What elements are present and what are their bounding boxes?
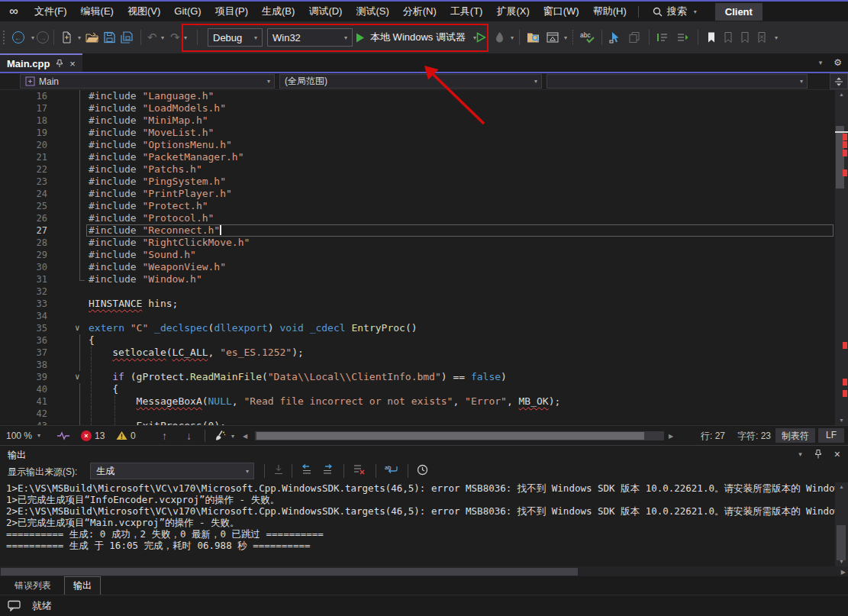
menu-item[interactable]: 项目(P) xyxy=(208,2,255,21)
code-line[interactable]: 37setlocale(LC_ALL, "es_ES.1252"); xyxy=(0,347,835,359)
tab-main-cpp[interactable]: Main.cpp × xyxy=(0,53,82,72)
scroll-down-icon[interactable]: ▼ xyxy=(835,416,848,425)
browser-link-icon[interactable] xyxy=(547,32,559,43)
feedback-icon[interactable] xyxy=(8,600,21,611)
code-line[interactable]: 20#include "OptionsMenu.h" xyxy=(0,139,835,151)
code-line[interactable]: 39∨if (gProtect.ReadMainFile("Data\\Loca… xyxy=(0,371,835,383)
hot-reload-dropdown[interactable]: ▾ xyxy=(511,34,514,41)
previous-message-icon[interactable] xyxy=(301,464,312,475)
editor-vertical-scrollbar[interactable]: ▲ ▼ xyxy=(835,90,848,425)
output-source-dropdown[interactable]: 生成 ▾ xyxy=(90,463,254,479)
menu-item[interactable]: 扩展(X) xyxy=(489,2,536,21)
scroll-left-icon[interactable]: ◀ xyxy=(243,432,247,439)
start-without-debugging-button[interactable] xyxy=(476,32,486,43)
toolbar-grip[interactable] xyxy=(3,31,6,44)
undo-icon[interactable]: ↶ xyxy=(147,31,157,44)
menu-item[interactable]: 生成(B) xyxy=(255,2,301,21)
menu-item[interactable]: 帮助(H) xyxy=(586,2,634,21)
menu-item[interactable]: 窗口(W) xyxy=(537,2,586,21)
code-line[interactable]: 30#include "WeaponView.h" xyxy=(0,261,835,273)
panel-tab[interactable]: 输出 xyxy=(64,576,101,595)
split-window-button[interactable] xyxy=(830,73,848,89)
scrollbar-thumb[interactable] xyxy=(837,525,846,560)
toggle-bookmark-icon[interactable] xyxy=(707,32,716,44)
code-line[interactable]: 40{ xyxy=(0,383,835,395)
menu-item[interactable]: 文件(F) xyxy=(27,2,74,21)
next-issue-icon[interactable]: ↓ xyxy=(186,430,192,442)
solution-configuration-dropdown[interactable]: Debug▾ xyxy=(208,28,263,47)
output-vertical-scrollbar[interactable]: ▲ ▼ xyxy=(835,482,848,566)
timestamp-icon[interactable] xyxy=(417,464,428,476)
code-cleanup-icon[interactable] xyxy=(214,430,226,441)
menu-item[interactable]: 工具(T) xyxy=(443,2,490,21)
code-line[interactable]: 35∨extern "C" _declspec(dllexport) void … xyxy=(0,322,835,334)
scope-dropdown[interactable]: (全局范围) ▾ xyxy=(279,74,542,89)
member-dropdown[interactable]: ▾ xyxy=(547,74,808,89)
code-line[interactable]: 19#include "MoveList.h" xyxy=(0,127,835,139)
undo-dropdown[interactable]: ▾ xyxy=(161,34,164,41)
bookmarks-overflow-dropdown[interactable]: ▾ xyxy=(775,34,778,41)
spell-check-icon[interactable]: abc xyxy=(580,31,595,44)
start-debugging-button[interactable]: 本地 Windows 调试器 ▾ xyxy=(356,28,476,47)
scrollbar-thumb[interactable] xyxy=(256,432,644,440)
menu-item[interactable]: 分析(N) xyxy=(396,2,443,21)
scroll-right-icon[interactable]: ▶ xyxy=(669,432,673,439)
redo-icon[interactable]: ↷ xyxy=(170,31,180,44)
scroll-up-icon[interactable]: ▲ xyxy=(835,482,848,492)
save-button[interactable] xyxy=(104,32,115,44)
clear-all-icon[interactable] xyxy=(353,464,365,475)
select-element-icon[interactable] xyxy=(609,31,620,44)
code-line[interactable]: 43ExitProcess(0); xyxy=(0,420,835,425)
code-line[interactable]: 22#include "Patchs.h" xyxy=(0,163,835,176)
new-file-button[interactable] xyxy=(61,31,73,44)
word-wrap-icon[interactable]: ab xyxy=(385,464,399,475)
format-document-icon[interactable] xyxy=(656,32,669,43)
menu-item[interactable]: 视图(V) xyxy=(121,2,167,21)
find-in-files-icon[interactable] xyxy=(527,32,540,44)
warning-count-badge[interactable]: 0 xyxy=(116,431,136,441)
save-all-button[interactable] xyxy=(121,31,134,44)
tabs-spaces-indicator[interactable]: 制表符 xyxy=(775,428,815,443)
code-line[interactable]: 42 xyxy=(0,408,835,420)
copy-parallel-icon[interactable] xyxy=(629,32,640,44)
code-health-icon[interactable] xyxy=(56,431,70,441)
code-line[interactable]: 27#include "Reconnect.h" xyxy=(0,224,835,237)
previous-bookmark-icon[interactable] xyxy=(724,32,733,44)
code-line[interactable]: 17#include "LoadModels.h" xyxy=(0,102,835,114)
solution-platform-dropdown[interactable]: Win32▾ xyxy=(267,28,353,47)
code-line[interactable]: 38 xyxy=(0,359,835,371)
fold-collapse-icon[interactable]: ∨ xyxy=(50,322,89,334)
scroll-down-icon[interactable]: ▼ xyxy=(835,557,848,566)
menu-item[interactable]: 编辑(E) xyxy=(74,2,121,21)
code-line[interactable]: 26#include "Protocol.h" xyxy=(0,212,835,224)
menu-item[interactable]: 测试(S) xyxy=(349,2,395,21)
format-selection-icon[interactable] xyxy=(676,32,688,43)
code-line[interactable]: 34 xyxy=(0,310,835,322)
code-line[interactable]: 25#include "Protect.h" xyxy=(0,200,835,212)
account-button[interactable]: Client xyxy=(715,3,763,21)
code-line[interactable]: 36{ xyxy=(0,334,835,347)
code-editor[interactable]: 16#include "Language.h"17#include "LoadM… xyxy=(0,90,835,425)
scroll-up-icon[interactable]: ▲ xyxy=(835,90,848,99)
browser-link-dropdown[interactable]: ▾ xyxy=(564,34,567,41)
line-indicator[interactable]: 行: 27 xyxy=(701,429,725,442)
navigate-back-button[interactable]: ← xyxy=(12,31,24,44)
open-file-button[interactable] xyxy=(85,32,98,43)
navigate-back-dropdown[interactable]: ▾ xyxy=(31,34,34,41)
menu-item[interactable]: 调试(D) xyxy=(301,2,349,21)
output-horizontal-scrollbar[interactable]: ▶ xyxy=(0,566,848,577)
previous-issue-icon[interactable]: ↑ xyxy=(162,430,167,442)
output-text[interactable]: 1>E:\VS\MSBuild\Microsoft\VC\v170\Micros… xyxy=(0,482,835,566)
line-ending-indicator[interactable]: LF xyxy=(818,428,844,443)
window-position-dropdown-icon[interactable]: ▾ xyxy=(798,450,802,458)
code-line[interactable]: 41MessageBoxA(NULL, "Read file incorrect… xyxy=(0,395,835,408)
code-cleanup-dropdown[interactable]: ▾ xyxy=(231,432,234,439)
next-message-icon[interactable] xyxy=(322,464,334,475)
code-line[interactable]: 16#include "Language.h" xyxy=(0,90,835,102)
pin-icon[interactable] xyxy=(56,59,63,68)
scrollbar-thumb[interactable] xyxy=(1,568,578,576)
code-line[interactable]: 29#include "Sound.h" xyxy=(0,249,835,261)
error-count-badge[interactable]: × 13 xyxy=(81,431,105,441)
code-line[interactable]: 23#include "PingSystem.h" xyxy=(0,176,835,188)
panel-tab[interactable]: 错误列表 xyxy=(6,577,60,595)
